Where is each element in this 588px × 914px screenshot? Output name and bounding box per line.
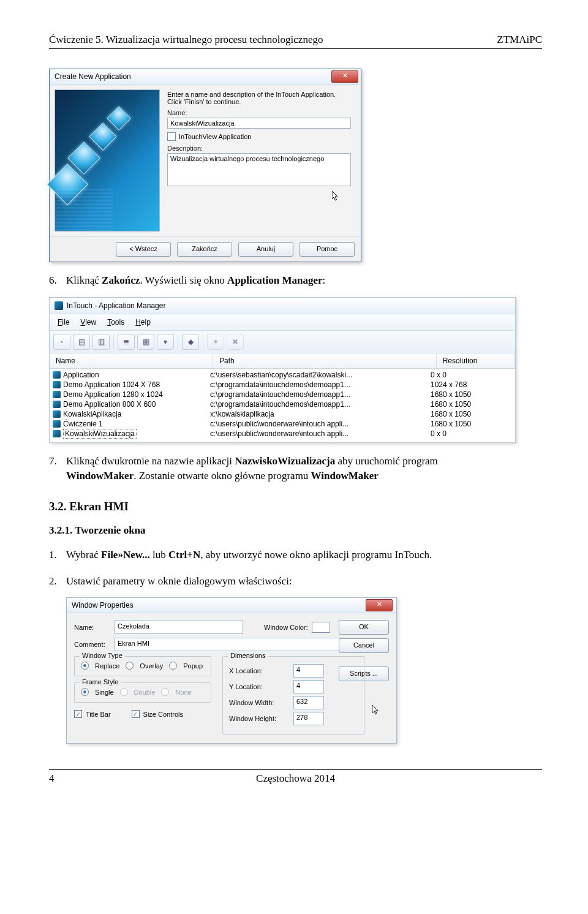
name-input[interactable]: Czekolada xyxy=(115,621,243,634)
close-button[interactable]: ✕ xyxy=(366,599,393,611)
section-3-2: 3.2. Ekran HMI xyxy=(49,500,542,513)
page-number: 4 xyxy=(49,772,74,785)
menu-tools[interactable]: Tools xyxy=(103,317,129,328)
cancel-button[interactable]: Cancel xyxy=(339,638,389,653)
cursor-icon xyxy=(372,705,380,716)
tool-windowmaker-icon[interactable]: ▤ xyxy=(73,334,90,350)
table-row[interactable]: Ćwiczenie 1 c:\users\public\wonderware\i… xyxy=(50,419,515,429)
column-headers: Name Path Resolution xyxy=(50,353,515,369)
appman-title: InTouch - Application Manager xyxy=(67,301,165,310)
comment-input[interactable]: Ekran HMI xyxy=(115,638,342,651)
appman-logo-icon xyxy=(55,301,63,310)
intouchview-checkbox[interactable] xyxy=(167,132,176,141)
radio-none xyxy=(161,688,169,696)
back-button[interactable]: < Wstecz xyxy=(116,242,171,257)
radio-double xyxy=(120,688,128,696)
tool-windowviewer-icon[interactable]: ▥ xyxy=(92,334,110,350)
step-1b: 1.Wybrać File»New... lub Ctrl+N, aby utw… xyxy=(49,548,542,563)
window-type-group: Window Type Replace Overlay Popup xyxy=(74,656,211,676)
wp-title: Window Properties xyxy=(72,601,134,610)
window-width-input[interactable]: 632 xyxy=(293,696,324,709)
table-row[interactable]: Demo Application 800 X 600 c:\programdat… xyxy=(50,399,515,409)
help-button[interactable]: Pomoc xyxy=(300,242,355,257)
ok-button[interactable]: OK xyxy=(339,620,389,635)
cancel-button[interactable]: Anuluj xyxy=(238,242,293,257)
x-location-input[interactable]: 4 xyxy=(293,664,324,678)
toolbar: ▫ ▤ ▥ ≣ ▦ ▾ ◆ ✶ ✖ xyxy=(50,331,515,353)
app-icon xyxy=(53,420,61,428)
menu-view[interactable]: View xyxy=(76,317,100,328)
window-color-label: Window Color: xyxy=(264,624,308,631)
header-left: Ćwiczenie 5. Wizualizacja wirtualnego pr… xyxy=(49,34,323,46)
dimensions-group: Dimensions X Location:4 Y Location:4 Win… xyxy=(222,656,364,735)
wizard-instruction-1: Enter a name and description of the InTo… xyxy=(167,91,352,98)
col-path[interactable]: Path xyxy=(213,353,437,368)
app-icon xyxy=(53,401,61,408)
app-icon xyxy=(53,391,61,398)
header-right: ZTMAiPC xyxy=(497,34,542,46)
name-label: Name: xyxy=(167,109,352,116)
tool-db-icon[interactable]: ◆ xyxy=(182,334,199,350)
radio-single[interactable] xyxy=(81,688,89,696)
radio-replace[interactable] xyxy=(81,662,89,670)
application-manager-window: InTouch - Application Manager File View … xyxy=(49,297,516,443)
sizecontrols-label: Size Controls xyxy=(143,711,183,718)
sizecontrols-checkbox[interactable] xyxy=(132,710,140,718)
radio-overlay[interactable] xyxy=(126,662,134,670)
comment-label: Comment: xyxy=(74,641,111,648)
name-input[interactable]: KowalskiWizualizacja xyxy=(167,118,351,129)
table-row[interactable]: Demo Application 1280 x 1024 c:\programd… xyxy=(50,390,515,399)
table-row[interactable]: KowalskiAplikacja x:\kowalskiaplikacja 1… xyxy=(50,409,515,419)
wizard-instruction-2: Click 'Finish' to continue. xyxy=(167,98,352,105)
app-icon xyxy=(53,381,61,388)
menu-file[interactable]: File xyxy=(53,317,74,328)
wizard-artwork xyxy=(55,89,160,232)
step-6: 6.Kliknąć Zakończ. Wyświetli się okno Ap… xyxy=(49,273,542,289)
col-name[interactable]: Name xyxy=(50,353,213,368)
titlebar-label: Title Bar xyxy=(86,711,111,718)
tool-delete-icon[interactable]: ✖ xyxy=(227,334,244,350)
tool-new-icon[interactable]: ▫ xyxy=(53,334,70,350)
table-row[interactable]: KowalskiWizualizacja c:\users\public\won… xyxy=(50,429,515,439)
intouchview-label: InTouchView Application xyxy=(179,133,251,140)
cursor-icon xyxy=(332,191,340,202)
radio-popup[interactable] xyxy=(169,662,177,670)
app-icon xyxy=(53,430,61,437)
step-7: 7.Kliknąć dwukrotnie na nazwie aplikacji… xyxy=(49,454,542,484)
app-icon xyxy=(53,371,61,379)
dialog-title: Create New Application xyxy=(55,72,131,81)
tool-list-icon[interactable]: ≣ xyxy=(118,334,135,350)
footer-center: Częstochowa 2014 xyxy=(74,772,518,785)
description-input[interactable]: Wizualizacja wirtualnego procesu technol… xyxy=(167,153,351,186)
y-location-input[interactable]: 4 xyxy=(293,680,324,693)
menu-help[interactable]: Help xyxy=(131,317,155,328)
finish-button[interactable]: Zakończ xyxy=(177,242,232,257)
titlebar-checkbox[interactable] xyxy=(74,710,82,718)
name-label: Name: xyxy=(74,624,111,631)
tool-find-icon[interactable]: ✶ xyxy=(207,334,224,350)
section-3-2-1: 3.2.1. Tworzenie okna xyxy=(49,524,542,537)
app-icon xyxy=(53,410,61,418)
menubar: File View Tools Help xyxy=(50,314,515,331)
window-height-input[interactable]: 278 xyxy=(293,712,324,725)
description-label: Description: xyxy=(167,145,352,152)
step-2b: 2.Ustawić parametry w oknie dialogowym w… xyxy=(49,574,542,589)
window-properties-dialog: Window Properties ✕ OK Cancel Scripts ..… xyxy=(66,597,397,744)
close-button[interactable]: ✕ xyxy=(331,70,358,83)
frame-style-group: Frame Style Single Double None xyxy=(74,682,211,703)
window-color-picker[interactable] xyxy=(312,622,330,633)
col-resolution[interactable]: Resolution xyxy=(437,353,515,368)
footer: 4 Częstochowa 2014 xyxy=(49,769,542,785)
table-row[interactable]: Application c:\users\sebastian\copy\scad… xyxy=(50,370,515,380)
table-row[interactable]: Demo Application 1024 X 768 c:\programda… xyxy=(50,380,515,390)
tool-details-icon[interactable]: ▦ xyxy=(137,334,154,350)
create-new-application-dialog: Create New Application ✕ Enter a name an… xyxy=(49,69,361,262)
tool-dropdown-icon[interactable]: ▾ xyxy=(157,334,174,350)
